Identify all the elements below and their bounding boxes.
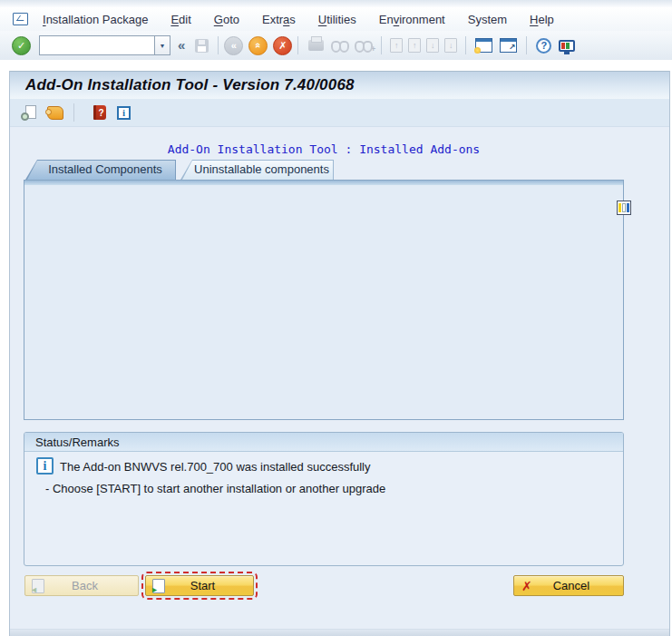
command-field: ▼ <box>39 35 170 55</box>
find-next-icon[interactable]: + <box>355 39 373 52</box>
start-page-icon: ► <box>152 579 165 593</box>
cancel-session-icon[interactable]: ✗ <box>273 36 292 55</box>
screen-title-bar: Add-On Installation Tool - Version 7.40/… <box>10 71 669 100</box>
back-icon[interactable]: « <box>224 36 243 55</box>
screen-title: Add-On Installation Tool - Version 7.40/… <box>25 76 355 94</box>
menu-goto[interactable]: Goto <box>214 13 239 26</box>
toolbar-separator <box>526 36 527 54</box>
collapse-toolbar-icon[interactable]: « <box>178 37 185 53</box>
status-message: The Add-on BNWVS rel.700_700 was install… <box>60 460 371 474</box>
last-page-icon[interactable]: ↓ <box>444 38 457 53</box>
window-top-strip <box>0 0 672 7</box>
info-icon: i <box>36 457 54 475</box>
exit-icon[interactable]: « <box>248 36 268 55</box>
menu-bar: Installation Package Edit Goto Extras Ut… <box>0 7 672 32</box>
save-icon[interactable] <box>195 39 209 53</box>
screen-frame: Add-On Installation Tool - Version 7.40/… <box>9 71 670 636</box>
menu-system[interactable]: System <box>468 13 507 26</box>
cancel-button[interactable]: ✗ Cancel <box>513 575 624 596</box>
toolbar-separator <box>73 103 74 122</box>
glossary-help-icon[interactable]: ? <box>93 105 106 120</box>
create-shortcut-icon[interactable]: ↗ <box>500 38 517 53</box>
customize-layout-icon[interactable] <box>559 40 575 52</box>
enter-icon[interactable]: ✓ <box>12 36 31 55</box>
window-bottom-strip <box>10 629 669 636</box>
menu-environment[interactable]: Environment <box>379 13 445 26</box>
screen-menu-icon[interactable] <box>13 13 28 25</box>
back-button[interactable]: ◄ Back <box>24 575 139 596</box>
menu-installation-package[interactable]: Installation Package <box>43 13 148 26</box>
toolbar-separator <box>218 36 219 54</box>
table-settings-icon[interactable] <box>617 201 631 215</box>
next-page-icon[interactable]: ↓ <box>426 38 439 53</box>
menu-extras[interactable]: Extras <box>262 13 296 26</box>
status-remarks-title: Status/Remarks <box>24 433 623 452</box>
check-display-icon[interactable] <box>21 105 37 121</box>
cancel-x-icon: ✗ <box>521 579 532 593</box>
log-icon[interactable] <box>47 106 63 120</box>
command-dropdown-icon[interactable]: ▼ <box>154 35 170 55</box>
first-page-icon[interactable]: ↑ <box>390 38 403 53</box>
back-page-icon: ◄ <box>32 579 44 593</box>
status-remarks-group: Status/Remarks i The Add-on BNWVS rel.70… <box>24 432 624 566</box>
tab-uninstallable-components[interactable]: Uninstallable components <box>180 160 334 180</box>
previous-page-icon[interactable]: ↑ <box>408 38 421 53</box>
menu-help[interactable]: Help <box>530 13 554 26</box>
application-toolbar: ? i <box>10 99 669 127</box>
command-input[interactable] <box>39 35 154 55</box>
print-icon[interactable] <box>308 40 324 51</box>
window-gap <box>0 60 672 71</box>
system-toolbar: ✓ ▼ « « « ✗ + ↑ ↑ ↓ ↓ ↗ ? <box>0 31 672 61</box>
dynpro-heading: Add-On Installation Tool : Installed Add… <box>24 142 624 156</box>
toolbar-separator <box>297 36 298 54</box>
menu-utilities[interactable]: Utilities <box>318 13 356 26</box>
help-icon[interactable]: ? <box>536 38 551 54</box>
tab-installed-components[interactable]: Installed Components <box>25 160 176 180</box>
find-icon[interactable] <box>331 39 349 52</box>
toolbar-separator <box>381 36 382 54</box>
tab-content-panel <box>24 180 624 420</box>
sap-gui-window: Installation Package Edit Goto Extras Ut… <box>0 0 672 636</box>
toolbar-separator <box>465 36 466 54</box>
information-icon[interactable]: i <box>117 106 131 120</box>
menu-edit[interactable]: Edit <box>170 13 190 26</box>
new-session-icon[interactable] <box>475 38 492 53</box>
start-button[interactable]: ► Start <box>145 575 254 596</box>
status-hint: - Choose [START] to start another instal… <box>45 482 385 495</box>
